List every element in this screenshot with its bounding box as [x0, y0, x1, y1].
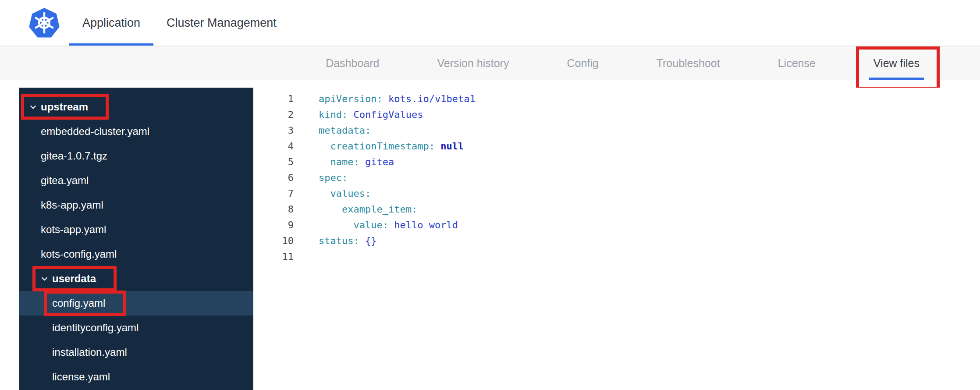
code-line: 10status: {}	[253, 233, 980, 249]
line-content: values:	[294, 186, 371, 202]
tree-item-label: gitea.yaml	[41, 174, 89, 187]
line-content: example_item:	[294, 202, 417, 217]
line-number: 3	[253, 123, 294, 138]
code-token: spec:	[319, 172, 348, 183]
tree-file-gitea-1-0-7-tgz[interactable]: gitea-1.0.7.tgz	[19, 144, 253, 168]
tree-row-content: gitea-1.0.7.tgz	[36, 146, 125, 166]
code-token: values:	[330, 188, 371, 199]
code-token: kind:	[319, 109, 348, 120]
code-line: 11	[253, 249, 980, 265]
code-token: gitea	[359, 156, 394, 167]
chevron-down-icon	[29, 103, 37, 111]
tree-file-identityconfig-yaml[interactable]: identityconfig.yaml	[19, 316, 253, 340]
subnav-tabs: DashboardVersion historyConfigTroublesho…	[321, 46, 980, 80]
tree-row-content: embedded-cluster.yaml	[36, 122, 167, 141]
tab-dashboard[interactable]: Dashboard	[321, 46, 383, 80]
code-token: null	[435, 141, 464, 152]
tree-item-label: config.yaml	[52, 297, 105, 309]
tree-file-gitea-yaml[interactable]: gitea.yaml	[19, 168, 253, 193]
tree-row-content: k8s-app.yaml	[36, 195, 121, 215]
line-content: spec:	[294, 170, 348, 186]
tree-row-content: userdata	[36, 269, 114, 288]
tree-file-k8s-app-yaml[interactable]: k8s-app.yaml	[19, 193, 253, 217]
line-content: status: {}	[294, 233, 376, 249]
tree-file-config-yaml[interactable]: config.yaml	[19, 291, 253, 316]
line-number: 1	[253, 91, 294, 107]
tab-cluster-management[interactable]: Cluster Management	[153, 0, 290, 46]
code-token: creationTimestamp:	[330, 141, 435, 152]
code-token: metadata:	[319, 125, 371, 136]
code-line: 1apiVersion: kots.io/v1beta1	[253, 91, 980, 107]
tree-item-label: k8s-app.yaml	[41, 199, 103, 211]
tree-row-content: identityconfig.yaml	[47, 318, 156, 337]
code-token	[319, 141, 330, 152]
tree-row-content: config.yaml	[47, 294, 123, 313]
app-tabs: ApplicationCluster Management	[69, 0, 290, 46]
code-line: 2kind: ConfigValues	[253, 107, 980, 123]
tree-file-kots-config-yaml[interactable]: kots-config.yaml	[19, 242, 253, 266]
tree-row-content: upstream	[24, 97, 106, 117]
tab-application[interactable]: Application	[69, 0, 153, 46]
code-line: 9 value: hello world	[253, 217, 980, 233]
line-number: 11	[253, 249, 294, 265]
file-tree: upstreamembedded-cluster.yamlgitea-1.0.7…	[19, 88, 253, 390]
tree-row-content: gitea.yaml	[36, 171, 106, 190]
tree-row-content: license.yaml	[47, 367, 128, 386]
line-content: metadata:	[294, 123, 371, 138]
line-number: 5	[253, 154, 294, 170]
tree-file-embedded-cluster-yaml[interactable]: embedded-cluster.yaml	[19, 119, 253, 144]
tree-item-label: identityconfig.yaml	[52, 322, 138, 334]
code-token: hello world	[388, 220, 458, 230]
line-content	[294, 249, 319, 265]
tree-file-license-yaml[interactable]: license.yaml	[19, 365, 253, 389]
tree-row-content: kots-config.yaml	[36, 245, 134, 264]
kubernetes-logo-icon	[28, 7, 60, 39]
code-token: {}	[359, 235, 377, 246]
tree-group-upstream[interactable]: upstream	[19, 95, 253, 119]
code-token: example_item:	[342, 204, 417, 215]
tree-file-kots-app-yaml[interactable]: kots-app.yaml	[19, 217, 253, 242]
line-number: 7	[253, 186, 294, 202]
tab-troubleshoot[interactable]: Troubleshoot	[652, 46, 724, 80]
tab-config[interactable]: Config	[562, 46, 603, 80]
code-line: 3metadata:	[253, 123, 980, 138]
code-token	[319, 188, 330, 199]
tree-item-label: gitea-1.0.7.tgz	[41, 150, 107, 162]
code-line: 5 name: gitea	[253, 154, 980, 170]
line-content: apiVersion: kots.io/v1beta1	[294, 91, 476, 107]
main-content: upstreamembedded-cluster.yamlgitea-1.0.7…	[19, 88, 980, 390]
tree-item-label: license.yaml	[52, 371, 110, 383]
code-line: 4 creationTimestamp: null	[253, 138, 980, 154]
line-content: creationTimestamp: null	[294, 138, 464, 154]
line-number: 6	[253, 170, 294, 186]
tab-license[interactable]: License	[774, 46, 820, 80]
tree-row-content: installation.yaml	[47, 343, 145, 362]
code-token: status:	[319, 235, 359, 246]
chevron-down-icon	[41, 275, 48, 283]
tree-row-content: kots-app.yaml	[36, 220, 124, 239]
line-number: 2	[253, 107, 294, 123]
line-number: 10	[253, 233, 294, 249]
line-content: kind: ConfigValues	[294, 107, 423, 123]
tree-group-userdata[interactable]: userdata	[19, 266, 253, 291]
line-content: name: gitea	[294, 154, 394, 170]
code-token: apiVersion:	[319, 93, 383, 104]
code-token: ConfigValues	[348, 109, 423, 120]
tree-item-label: installation.yaml	[52, 346, 127, 358]
tree-item-label: kots-config.yaml	[41, 248, 117, 260]
code-token: name:	[330, 156, 359, 167]
tree-item-label: embedded-cluster.yaml	[41, 125, 149, 138]
code-line: 8 example_item:	[253, 202, 980, 217]
code-token	[319, 156, 330, 167]
tab-version-history[interactable]: Version history	[433, 46, 513, 80]
line-number: 4	[253, 138, 294, 154]
code-editor[interactable]: 1apiVersion: kots.io/v1beta12kind: Confi…	[253, 88, 980, 390]
top-header: ApplicationCluster Management	[0, 0, 980, 46]
code-token	[319, 220, 353, 230]
tree-item-label: upstream	[41, 101, 88, 113]
line-number: 9	[253, 217, 294, 233]
code-token: value:	[353, 220, 388, 230]
line-content: value: hello world	[294, 217, 458, 233]
tab-view-files[interactable]: View files	[869, 46, 924, 80]
tree-file-installation-yaml[interactable]: installation.yaml	[19, 340, 253, 365]
